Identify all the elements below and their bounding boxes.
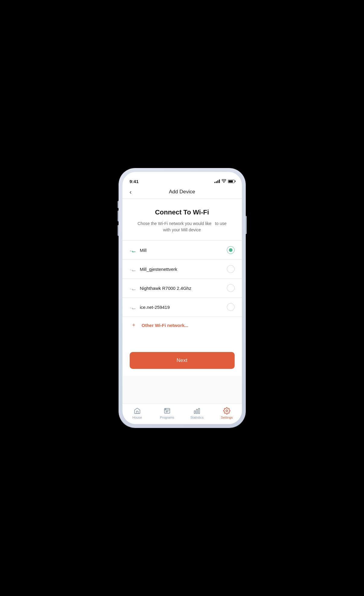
tab-settings-label: Settings xyxy=(221,416,233,419)
next-button[interactable]: Next xyxy=(130,352,235,369)
silent-button[interactable] xyxy=(118,201,119,208)
main-content: Connect To Wi-Fi Chose the Wi-Fi network… xyxy=(122,199,242,403)
status-time: 9:41 xyxy=(130,179,139,184)
tab-statistics-label: Statistics xyxy=(190,416,204,419)
page-header: ‹ Add Device xyxy=(122,186,242,199)
network-name-mill: Mill xyxy=(140,248,227,253)
phone-screen: 9:41 xyxy=(122,172,242,424)
status-icons xyxy=(214,179,235,184)
statistics-icon xyxy=(193,407,201,414)
next-button-container: Next xyxy=(122,346,242,376)
tab-settings[interactable]: Settings xyxy=(212,406,242,420)
tab-programs-label: Programs xyxy=(160,416,174,419)
radio-nighthawk[interactable] xyxy=(227,284,235,292)
svg-point-0 xyxy=(223,182,224,183)
connect-description: Chose the Wi-Fi network you would like t… xyxy=(130,220,235,233)
tab-house-label: House xyxy=(132,416,142,419)
wifi-strong-icon xyxy=(130,248,136,252)
settings-icon xyxy=(223,407,230,414)
network-name-nighthawk: Nighthawk R7000 2.4Ghz xyxy=(140,286,227,291)
connect-title: Connect To Wi-Fi xyxy=(130,208,235,216)
tab-statistics[interactable]: Statistics xyxy=(182,406,212,420)
tab-house[interactable]: House xyxy=(122,406,152,420)
radio-ice[interactable] xyxy=(227,303,235,311)
plus-icon: + xyxy=(130,322,138,328)
wifi-weak-icon-3 xyxy=(130,305,136,309)
tab-bar: House Programs xyxy=(122,403,242,424)
connect-wifi-section: Connect To Wi-Fi Chose the Wi-Fi network… xyxy=(122,199,242,241)
network-name-other: Other Wi-Fi network... xyxy=(142,323,235,328)
signal-icon xyxy=(214,179,220,183)
radio-mill[interactable] xyxy=(227,246,235,254)
network-item-mill[interactable]: Mill xyxy=(122,241,242,260)
phone-frame: 9:41 xyxy=(119,168,245,428)
back-button[interactable]: ‹ xyxy=(128,187,133,197)
volume-down-button[interactable] xyxy=(118,225,119,236)
page-title: Add Device xyxy=(169,189,195,195)
network-item-ice[interactable]: ice.net-259419 xyxy=(122,298,242,317)
notch xyxy=(163,172,202,180)
network-name-ice: ice.net-259419 xyxy=(140,305,227,310)
wifi-weak-icon-1 xyxy=(130,267,136,271)
svg-rect-6 xyxy=(198,408,200,414)
network-item-mill-guest[interactable]: Mill_gjestenettverk xyxy=(122,260,242,279)
spacer xyxy=(122,334,242,346)
svg-rect-1 xyxy=(136,411,138,414)
house-icon xyxy=(134,407,141,414)
battery-icon xyxy=(228,180,235,183)
programs-icon xyxy=(163,407,171,414)
svg-rect-4 xyxy=(194,411,195,414)
network-list: Mill Mill_gjestenettverk xyxy=(122,241,242,334)
wifi-status-icon xyxy=(222,179,226,184)
wifi-weak-icon-2 xyxy=(130,286,136,290)
volume-up-button[interactable] xyxy=(118,211,119,221)
svg-rect-5 xyxy=(196,409,198,414)
svg-point-3 xyxy=(165,409,166,410)
radio-mill-guest[interactable] xyxy=(227,265,235,273)
svg-point-7 xyxy=(226,410,228,412)
tab-programs[interactable]: Programs xyxy=(152,406,182,420)
network-name-mill-guest: Mill_gjestenettverk xyxy=(140,267,227,272)
network-item-nighthawk[interactable]: Nighthawk R7000 2.4Ghz xyxy=(122,279,242,298)
power-button[interactable] xyxy=(245,216,247,234)
network-item-other[interactable]: + Other Wi-Fi network... xyxy=(122,317,242,334)
